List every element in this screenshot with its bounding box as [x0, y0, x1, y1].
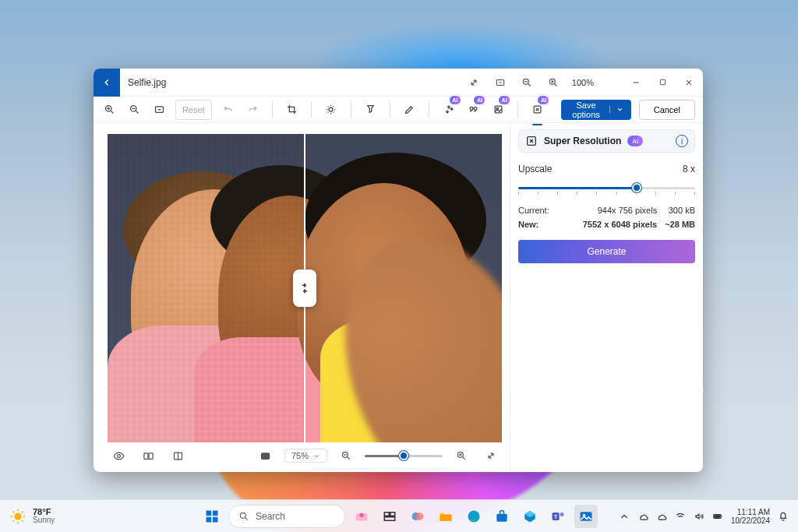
image-canvas[interactable]: [108, 134, 502, 442]
fit-to-window-icon[interactable]: [493, 75, 508, 90]
time: 11:11 AM: [737, 508, 770, 516]
maximize-button[interactable]: [655, 75, 670, 90]
titlebar: Selfie.jpg 100%: [94, 69, 703, 97]
titlebar-zoom-text: 100%: [572, 78, 594, 87]
svg-point-13: [117, 454, 120, 457]
current-label: Current:: [518, 206, 549, 215]
dimensions-info: Current: 944x 756 pixels 300 kB New: 755…: [518, 206, 695, 229]
zoom-in-icon[interactable]: [101, 99, 118, 121]
close-button[interactable]: [681, 75, 697, 90]
redo-icon: [244, 99, 261, 121]
svg-rect-31: [384, 516, 395, 520]
svg-point-26: [240, 513, 245, 518]
svg-rect-30: [390, 512, 395, 516]
fullscreen-icon[interactable]: [480, 445, 502, 467]
cloud-icon[interactable]: [656, 511, 667, 522]
compare-slider-handle[interactable]: [293, 270, 316, 307]
svg-rect-40: [581, 512, 592, 521]
onedrive-icon[interactable]: [637, 511, 648, 522]
main-area: 75% Super Resolut: [94, 123, 703, 472]
reset-button: Reset: [175, 100, 212, 120]
super-resolution-icon: [525, 135, 538, 147]
current-size: 300 kB: [665, 206, 695, 215]
svg-rect-3: [660, 79, 665, 84]
explorer-icon[interactable]: [434, 505, 457, 528]
system-tray: 11:11 AM 10/22/2024: [619, 508, 789, 525]
fit-icon[interactable]: [150, 99, 168, 121]
minimize-button[interactable]: [628, 75, 644, 90]
svg-point-9: [474, 107, 477, 110]
clock[interactable]: 11:11 AM 10/22/2024: [731, 508, 770, 525]
markup-icon[interactable]: [401, 99, 418, 121]
undo-icon: [220, 99, 237, 121]
zoom-out-icon[interactable]: [126, 99, 143, 121]
expand-icon[interactable]: [466, 75, 482, 90]
svg-rect-14: [143, 453, 147, 459]
filter-icon[interactable]: [362, 99, 379, 121]
app-icon-1[interactable]: [518, 505, 542, 528]
photos-app-icon[interactable]: [574, 505, 598, 528]
save-options-label: Save options: [569, 100, 602, 119]
teams-icon[interactable]: T: [546, 505, 570, 528]
svg-rect-17: [262, 453, 270, 459]
zoom-value: 75%: [291, 451, 309, 460]
weather-widget[interactable]: 78°F Sunny: [9, 508, 55, 525]
save-options-button[interactable]: Save options: [561, 100, 630, 120]
visibility-icon[interactable]: [108, 445, 129, 467]
svg-point-21: [14, 513, 21, 520]
ai-badge: AI: [538, 96, 549, 104]
generate-button[interactable]: Generate: [518, 240, 695, 263]
widget-icon[interactable]: [350, 505, 373, 528]
svg-rect-15: [149, 453, 153, 459]
zoom-in-bottom-icon[interactable]: [450, 445, 472, 467]
info-icon[interactable]: i: [676, 135, 688, 147]
split-view-icon[interactable]: [167, 445, 189, 467]
brightness-icon[interactable]: [323, 99, 340, 121]
compare-icon[interactable]: [137, 445, 159, 467]
search-icon: [238, 511, 249, 522]
ai-badge: AI: [499, 96, 510, 104]
upscale-slider[interactable]: [518, 181, 695, 195]
zoom-select[interactable]: 75%: [284, 449, 327, 463]
task-view-icon[interactable]: [378, 505, 401, 528]
start-button[interactable]: [200, 505, 224, 528]
svg-point-39: [560, 513, 564, 516]
volume-icon[interactable]: [694, 511, 704, 522]
panel-header: Super Resolution AI i: [518, 129, 695, 153]
svg-point-8: [470, 107, 473, 110]
panel-title: Super Resolution: [544, 136, 621, 146]
zoom-slider[interactable]: [365, 450, 443, 461]
current-dims: 944x 756 pixels: [557, 206, 657, 215]
ai-badge: AI: [450, 96, 461, 104]
toolbar: Reset AI AI: [94, 97, 703, 123]
tray-chevron-up-icon[interactable]: [619, 511, 630, 522]
zoom-out-titlebar-icon[interactable]: [519, 75, 535, 90]
svg-rect-43: [715, 515, 720, 516]
ai-pill: AI: [627, 136, 643, 146]
copilot-icon[interactable]: [406, 505, 429, 528]
battery-icon[interactable]: [712, 511, 723, 522]
thumbnail-icon[interactable]: [255, 445, 277, 467]
svg-rect-22: [207, 510, 212, 516]
zoom-out-bottom-icon[interactable]: [335, 445, 357, 467]
svg-rect-36: [496, 513, 507, 521]
wifi-icon[interactable]: [675, 511, 686, 522]
crop-icon[interactable]: [284, 99, 301, 121]
search-box[interactable]: Search: [228, 505, 345, 528]
notifications-icon[interactable]: [778, 511, 789, 522]
taskbar: 78°F Sunny Search T 11:11 AM 10/22/2024: [0, 499, 798, 532]
erase-ai-icon[interactable]: AI: [440, 99, 457, 121]
upscale-value: 8 x: [683, 164, 695, 174]
cancel-button[interactable]: Cancel: [639, 100, 695, 120]
back-button[interactable]: [94, 69, 120, 97]
super-resolution-ai-icon[interactable]: AI: [529, 99, 546, 121]
zoom-in-titlebar-icon[interactable]: [546, 75, 561, 90]
photos-app-window: Selfie.jpg 100%: [94, 69, 703, 472]
store-icon[interactable]: [490, 505, 514, 528]
svg-point-7: [329, 107, 333, 111]
svg-rect-23: [213, 510, 218, 516]
svg-point-28: [359, 513, 364, 517]
background-ai-icon[interactable]: AI: [465, 99, 482, 121]
restyle-ai-icon[interactable]: AI: [489, 99, 507, 121]
edge-icon[interactable]: [462, 505, 486, 528]
